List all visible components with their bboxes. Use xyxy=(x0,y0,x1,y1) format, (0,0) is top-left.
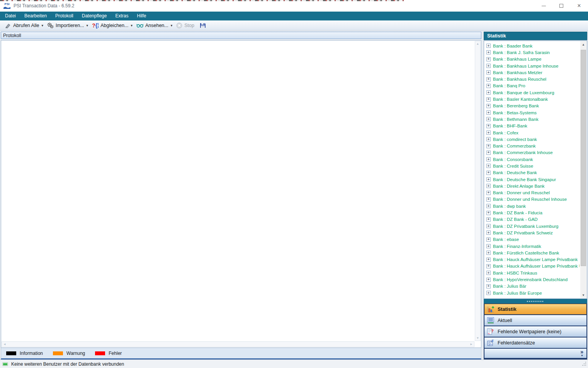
tree-item-bank[interactable]: Bank : dwp bank xyxy=(485,203,580,209)
tree-item-bank[interactable]: Bank : Donner und Reuschel xyxy=(485,190,580,196)
expand-plus-icon[interactable] xyxy=(486,278,491,282)
view-button[interactable]: Ansehen... ▾ xyxy=(134,22,174,29)
tree-item-bank[interactable]: Bank : Banque de Luxembourg xyxy=(485,89,580,96)
expand-plus-icon[interactable] xyxy=(486,104,491,108)
expand-plus-icon[interactable] xyxy=(486,64,491,68)
tree-item-bank[interactable]: Bank : Bankhaus Reuschel xyxy=(485,76,580,82)
tree-item-bank[interactable]: Bank : DZ Privatbank Schweiz xyxy=(485,229,580,236)
tree-item-bank[interactable]: Bank : Fürstlich Castellsche Bank xyxy=(485,249,580,256)
expand-plus-icon[interactable] xyxy=(486,84,491,88)
tree-item-bank[interactable]: Bank : Donner und Reuschel Inhouse xyxy=(485,196,580,203)
tree-item-bank[interactable]: Bank : Commerzbank xyxy=(485,142,580,149)
tree-item-bank[interactable]: Bank : Julius Bär Europe xyxy=(485,290,580,296)
tree-item-bank[interactable]: Bank : Berenberg Bank xyxy=(485,103,580,109)
expand-plus-icon[interactable] xyxy=(486,177,491,181)
resize-grip-icon[interactable] xyxy=(582,362,586,366)
chevron-down-icon[interactable]: ▾ xyxy=(171,24,173,27)
tree-item-bank[interactable]: Bank : Cofex xyxy=(485,129,580,136)
nav-button-fehlende-wertpapiere[interactable]: ? Fehlende Wertpapiere (keine) xyxy=(484,326,586,337)
tree-item-bank[interactable]: Bank : Baader Bank xyxy=(485,42,580,49)
scroll-left-icon[interactable]: ◄ xyxy=(2,342,7,347)
nav-overflow-button[interactable]: » ▼ xyxy=(484,349,586,359)
chevron-down-icon[interactable]: ▾ xyxy=(87,24,88,27)
protokoll-vertical-scrollbar[interactable]: ▲ ▼ xyxy=(475,41,481,341)
tree-item-bank[interactable]: Bank : HypoVereinsbank Deutschland xyxy=(485,276,580,283)
tree-item-bank[interactable]: Bank : ebase xyxy=(485,236,580,243)
tree-scrollbar[interactable]: ▲ ▼ xyxy=(580,41,586,298)
tree-item-bank[interactable]: Bank : Consorsbank xyxy=(485,156,580,163)
tree-item-bank[interactable]: Bank : Hauck Aufhäuser Lampe Privatbank … xyxy=(485,263,580,270)
expand-plus-icon[interactable] xyxy=(486,291,491,295)
tree-item-bank[interactable]: Bank : Deutsche Bank xyxy=(485,170,580,176)
menu-item[interactable]: Hilfe xyxy=(133,12,150,20)
expand-plus-icon[interactable] xyxy=(486,191,491,195)
expand-plus-icon[interactable] xyxy=(486,164,491,168)
expand-plus-icon[interactable] xyxy=(486,217,491,222)
maximize-button[interactable] xyxy=(552,0,570,12)
tree-item-bank[interactable]: Bank : Bankhaus Lampe xyxy=(485,56,580,63)
scroll-down-icon[interactable]: ▼ xyxy=(475,336,481,341)
scroll-right-icon[interactable]: ► xyxy=(469,342,474,347)
menu-item[interactable]: Protokoll xyxy=(51,12,78,20)
expand-plus-icon[interactable] xyxy=(486,131,491,135)
expand-plus-icon[interactable] xyxy=(486,244,491,248)
scroll-down-icon[interactable]: ▼ xyxy=(580,292,586,298)
tree-item-bank[interactable]: Bank : BHF-Bank xyxy=(485,123,580,129)
expand-plus-icon[interactable] xyxy=(486,97,491,102)
tree-item-bank[interactable]: Bank : DZ Privatbank Luxemburg xyxy=(485,223,580,229)
expand-plus-icon[interactable] xyxy=(486,197,491,202)
tree-item-bank[interactable]: Bank : DZ Bank - Fiducia xyxy=(485,209,580,216)
tree-item-bank[interactable]: Bank : HSBC Trinkaus xyxy=(485,270,580,276)
expand-plus-icon[interactable] xyxy=(486,271,491,275)
expand-plus-icon[interactable] xyxy=(486,44,491,48)
expand-plus-icon[interactable] xyxy=(486,151,491,155)
panel-splitter[interactable] xyxy=(484,299,587,304)
tree-item-bank[interactable]: Bank : comdirect bank xyxy=(485,136,580,142)
expand-plus-icon[interactable] xyxy=(486,171,491,175)
tree-item-bank[interactable]: Bank : Julius Bär xyxy=(485,283,580,290)
protokoll-log-area[interactable]: ▲ ▼ ◄ ► xyxy=(1,40,481,348)
expand-plus-icon[interactable] xyxy=(486,258,491,262)
tree-item-bank[interactable]: Bank : Finanz-Informatik xyxy=(485,243,580,249)
nav-button-statistik[interactable]: Statistik xyxy=(484,304,586,315)
expand-plus-icon[interactable] xyxy=(486,77,491,81)
expand-plus-icon[interactable] xyxy=(486,157,491,161)
expand-plus-icon[interactable] xyxy=(486,57,491,61)
chevron-down-icon[interactable]: ▾ xyxy=(41,24,43,27)
expand-plus-icon[interactable] xyxy=(486,251,491,255)
expand-plus-icon[interactable] xyxy=(486,137,491,141)
save-button[interactable] xyxy=(198,22,208,29)
expand-plus-icon[interactable] xyxy=(486,117,491,121)
tree-item-bank[interactable]: Bank : Hauck Aufhäuser Lampe Privatbank xyxy=(485,256,580,263)
protokoll-horizontal-scrollbar[interactable]: ◄ ► xyxy=(2,341,474,347)
chevron-down-icon[interactable]: ▾ xyxy=(131,24,133,27)
expand-plus-icon[interactable] xyxy=(486,211,491,215)
expand-plus-icon[interactable] xyxy=(486,110,491,115)
tree-item-bank[interactable]: Bank : DZ Bank - GAD xyxy=(485,216,580,223)
expand-plus-icon[interactable] xyxy=(486,50,491,54)
expand-plus-icon[interactable] xyxy=(486,184,491,188)
tree-item-bank[interactable]: Bank : Bank J. Safra Sarasin xyxy=(485,49,580,56)
expand-plus-icon[interactable] xyxy=(486,90,491,95)
tree-item-bank[interactable]: Bank : Bankhaus Metzler xyxy=(485,69,580,76)
expand-plus-icon[interactable] xyxy=(486,144,491,148)
tree-item-bank[interactable]: Bank : Bankhaus Lampe Inhouse xyxy=(485,63,580,69)
minimize-button[interactable] xyxy=(535,0,552,12)
expand-plus-icon[interactable] xyxy=(486,264,491,268)
expand-plus-icon[interactable] xyxy=(486,231,491,235)
tree-item-bank[interactable]: Bank : Credit Suisse xyxy=(485,163,580,169)
expand-plus-icon[interactable] xyxy=(486,124,491,128)
tree-item-bank[interactable]: Bank : Commerzbank Inhouse xyxy=(485,149,580,156)
nav-button-fehlerdatensaetze[interactable]: F Fehlerdatensätze xyxy=(484,337,586,349)
tree-item-bank[interactable]: Bank : Betax-Systems xyxy=(485,109,580,116)
nav-button-aktuell[interactable]: Aktuell xyxy=(484,315,586,326)
menu-item[interactable]: Datenpflege xyxy=(78,12,111,20)
expand-plus-icon[interactable] xyxy=(486,204,491,208)
expand-plus-icon[interactable] xyxy=(486,224,491,228)
scroll-up-icon[interactable]: ▲ xyxy=(475,41,481,46)
scroll-up-icon[interactable]: ▲ xyxy=(580,41,586,47)
fetch-all-button[interactable]: Abrufen Alle ▾ xyxy=(3,22,45,29)
tree-item-bank[interactable]: Bank : Direkt Anlage Bank xyxy=(485,183,580,189)
import-button[interactable]: Importieren... ▾ xyxy=(45,22,90,29)
menu-item[interactable]: Extras xyxy=(111,12,133,20)
